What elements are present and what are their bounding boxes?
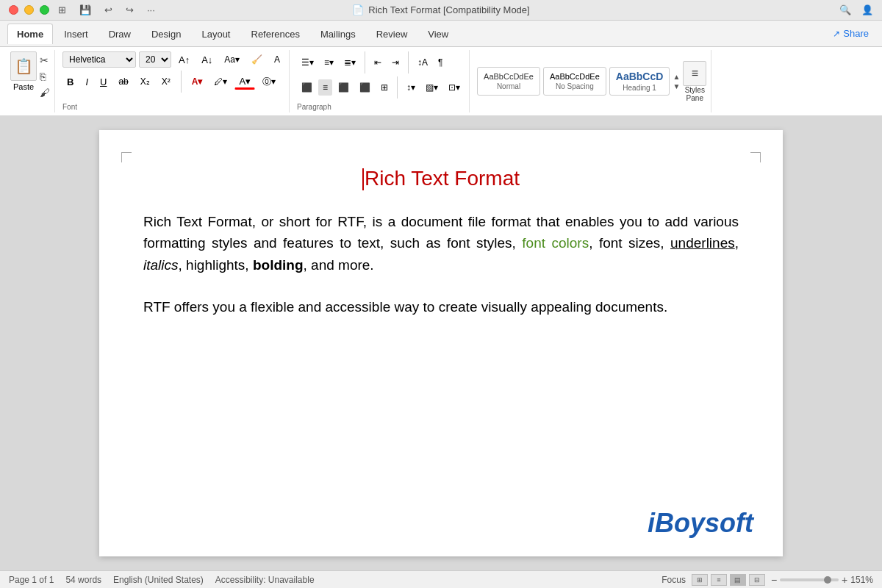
window-icon[interactable]: ⊞ [58,4,66,15]
undo-icon[interactable]: ↩ [104,4,112,15]
minimize-button[interactable] [24,5,34,15]
styles-list: AaBbCcDdEe Normal AaBbCcDdEe No Spacing … [477,67,670,96]
style-nospace-label: No Spacing [556,82,594,90]
numbering-button[interactable]: ≡▾ [320,54,338,71]
justify-button[interactable]: ⬛ [355,79,375,96]
tab-insert[interactable]: Insert [54,24,98,44]
align-center-button[interactable]: ≡ [318,79,332,96]
char-style-button[interactable]: ⓪▾ [258,74,280,90]
close-button[interactable] [9,5,18,15]
brand-rest: Boysoft [655,508,753,538]
clipboard-tools: 📋 Paste ✂ ⎘ 🖌 [10,51,50,98]
style-no-spacing[interactable]: AaBbCcDdEe No Spacing [543,67,606,96]
increase-indent-button[interactable]: ⇥ [387,54,404,71]
tab-view[interactable]: View [418,24,458,44]
tab-review[interactable]: Review [367,24,417,44]
tab-layout[interactable]: Layout [192,24,240,44]
show-para-button[interactable]: ¶ [434,54,447,71]
title-bar-title: 📄 Rich Text Format [Compatibility Mode] [352,4,529,15]
styles-up-icon[interactable]: ▲ [673,73,680,81]
sort-button[interactable]: ↕A [413,54,432,71]
left-margin [0,115,88,570]
tab-mailings[interactable]: Mailings [311,24,365,44]
styles-scroll[interactable]: ▲ ▼ [673,73,680,90]
status-left: Page 1 of 1 54 words English (United Sta… [9,575,315,585]
styles-pane-label: StylesPane [685,86,705,102]
document-page[interactable]: Rich Text Format Rich Text Format, or sh… [88,115,794,570]
font-shrink-button[interactable]: A↓ [197,51,217,68]
document-title[interactable]: Rich Text Format [143,167,739,190]
focus-button[interactable]: Focus [662,575,686,585]
brand-i-letter: i [648,508,655,538]
status-right: Focus ⊞ ≡ ▤ ⊟ − + 151% [662,574,873,586]
font-color-button[interactable]: A▾ [187,74,207,90]
zoom-in-button[interactable]: + [842,574,847,586]
page-count: Page 1 of 1 [9,575,54,585]
paste-label: Paste [13,82,34,91]
redo-icon[interactable]: ↪ [126,4,134,15]
more-icon[interactable]: ··· [147,4,155,15]
styles-pane-icon: ≡ [683,61,706,86]
superscript-button[interactable]: X² [157,74,175,90]
bold-button[interactable]: B [62,74,78,90]
para-row1: ☰▾ ≡▾ ≣▾ ⇤ ⇥ ↕A ¶ [297,51,447,74]
line-spacing-button[interactable]: ↕▾ [402,79,420,96]
maximize-button[interactable] [40,5,49,15]
columns-button[interactable]: ⊞ [376,79,392,96]
view-web-button[interactable]: ⊟ [749,574,765,586]
view-print-button[interactable]: ▤ [730,574,746,586]
paste-button[interactable]: 📋 [10,51,37,81]
decrease-indent-button[interactable]: ⇤ [370,54,386,71]
font-family-select[interactable]: Helvetica [62,51,136,68]
highlight-button[interactable]: 🖊▾ [209,74,232,90]
cursor [362,168,364,190]
view-read-button[interactable]: ≡ [711,574,727,586]
styles-pane-button[interactable]: ≡ StylesPane [683,61,706,102]
font-grow-button[interactable]: A↑ [174,51,194,68]
user-icon[interactable]: 👤 [861,4,873,15]
cut-icon[interactable]: ✂ [40,54,50,66]
tab-home[interactable]: Home [7,24,53,44]
text-effects-button[interactable]: A [270,51,284,68]
change-case-button[interactable]: Aa▾ [220,51,244,68]
font-format-row: B I U ab X₂ X² A▾ 🖊▾ A▾ ⓪▾ [62,71,280,93]
text-color-button[interactable]: A▾ [234,74,255,90]
search-icon[interactable]: 🔍 [839,4,851,15]
style-heading-preview: AaBbCcD [616,71,664,82]
subscript-button[interactable]: X₂ [136,74,154,90]
view-layout-button[interactable]: ⊞ [692,574,708,586]
align-right-button[interactable]: ⬛ [334,79,354,96]
style-heading1[interactable]: AaBbCcD Heading 1 [609,67,670,96]
multilevel-button[interactable]: ≣▾ [340,54,360,71]
word-count: 54 words [65,575,101,585]
view-buttons: ⊞ ≡ ▤ ⊟ [692,574,765,586]
zoom-out-button[interactable]: − [771,574,777,586]
doc-icon: 📄 [352,4,364,15]
style-normal[interactable]: AaBbCcDdEe Normal [477,67,540,96]
shading-button[interactable]: ▨▾ [421,79,442,96]
format-painter-icon[interactable]: 🖌 [40,87,50,98]
tab-draw[interactable]: Draw [99,24,140,44]
share-button[interactable]: ↗ Share [833,28,875,39]
document-body[interactable]: Rich Text Format, or short for RTF, is a… [143,211,739,318]
tab-references[interactable]: References [242,24,309,44]
document-page-content[interactable]: Rich Text Format Rich Text Format, or sh… [99,130,783,556]
tab-design[interactable]: Design [142,24,190,44]
window-title: Rich Text Format [Compatibility Mode] [368,4,529,15]
bullets-button[interactable]: ☰▾ [297,54,318,71]
align-left-button[interactable]: ⬛ [297,79,317,96]
accessibility: Accessibility: Unavailable [215,575,315,585]
copy-icon[interactable]: ⎘ [40,71,50,82]
underline-button[interactable]: U [96,74,111,90]
zoom-thumb [824,576,831,584]
main-area: Rich Text Format Rich Text Format, or sh… [0,115,882,570]
strikethrough-button[interactable]: ab [114,74,132,90]
font-size-select[interactable]: 20 [139,51,171,68]
border-button[interactable]: ⊡▾ [444,79,465,96]
clear-format-button[interactable]: 🧹 [247,51,267,68]
save-icon[interactable]: 💾 [79,4,91,15]
italic-text: italics [143,257,179,273]
italic-button[interactable]: I [81,74,93,90]
zoom-slider[interactable] [780,578,839,581]
styles-down-icon[interactable]: ▼ [673,82,680,90]
